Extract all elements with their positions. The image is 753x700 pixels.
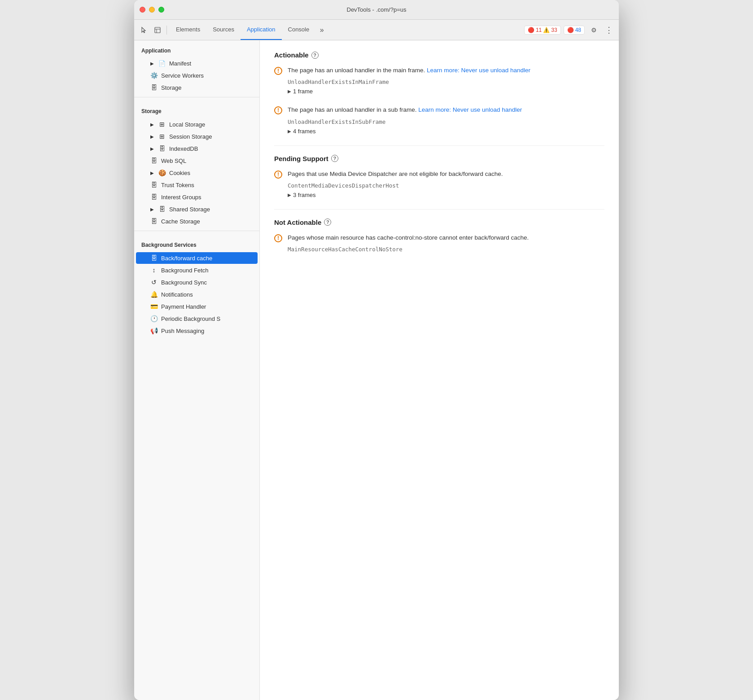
error-count: 11 (536, 27, 542, 33)
sidebar-item-back-forward-cache[interactable]: 🗄 Back/forward cache (136, 252, 258, 264)
notifications-icon: 🔔 (150, 291, 158, 298)
sidebar-item-indexeddb[interactable]: ▶ 🗄 IndexedDB (136, 143, 258, 154)
more-options-button[interactable]: ⋮ (603, 24, 615, 36)
tab-elements[interactable]: Elements (170, 20, 206, 40)
issue-frames-2[interactable]: ▶ 4 frames (288, 128, 604, 135)
sidebar-item-label: Manifest (169, 60, 191, 67)
sidebar-item-label: Interest Groups (161, 194, 201, 201)
sidebar-item-trust-tokens[interactable]: 🗄 Trust Tokens (136, 179, 258, 191)
session-storage-arrow-icon: ▶ (150, 134, 154, 139)
manifest-file-icon: 📄 (158, 60, 166, 67)
issue-code-4: MainResourceHasCacheControlNoStore (288, 246, 604, 253)
svg-rect-0 (155, 27, 160, 33)
sidebar-item-cache-storage[interactable]: 🗄 Cache Storage (136, 215, 258, 227)
indexeddb-icon: 🗄 (158, 145, 166, 152)
sidebar-item-session-storage[interactable]: ▶ ⊞ Session Storage (136, 131, 258, 142)
error-icon: 🔴 (528, 27, 534, 33)
sidebar-section-bg-label: Background Services (134, 235, 259, 252)
sidebar-item-label: IndexedDB (169, 145, 198, 152)
background-fetch-icon: ↕ (150, 267, 158, 274)
issue-cache-control: ! Pages whose main resource has cache-co… (274, 233, 604, 257)
issue-text-4: Pages whose main resource has cache-cont… (288, 233, 604, 242)
sidebar-item-label: Cookies (169, 170, 190, 176)
payment-handler-icon: 💳 (150, 303, 158, 310)
sidebar-item-periodic-background[interactable]: 🕐 Periodic Background S (136, 313, 258, 324)
manifest-arrow-icon: ▶ (150, 61, 154, 66)
warning-count: 33 (551, 27, 557, 33)
toolbar-separator (166, 26, 167, 35)
issue-code-1: UnloadHandlerExistsInMainFrame (288, 79, 604, 85)
cursor-icon-btn[interactable] (138, 24, 150, 36)
sidebar-item-local-storage[interactable]: ▶ ⊞ Local Storage (136, 118, 258, 130)
sidebar-item-label: Back/forward cache (161, 255, 212, 262)
sidebar-item-label: Push Messaging (161, 328, 204, 334)
issue-unload-sub: ! The page has an unload handler in a su… (274, 105, 604, 136)
sidebar: Application ▶ 📄 Manifest ⚙️ Service Work… (134, 40, 260, 700)
storage-db-icon: 🗄 (150, 84, 158, 91)
devtools-window: DevTools - .com/?p=us Elements Sources (134, 0, 619, 700)
sidebar-divider-2 (134, 231, 259, 231)
issues-badge[interactable]: 🔴 48 (564, 26, 585, 35)
issue-media-device: ! Pages that use Media Device Dispatcher… (274, 170, 604, 200)
error-badge[interactable]: 🔴 11 ⚠️ 33 (524, 26, 561, 35)
sidebar-item-cookies[interactable]: ▶ 🍪 Cookies (136, 167, 258, 179)
warning-icon: ⚠️ (543, 27, 550, 33)
web-sql-icon: 🗄 (150, 157, 158, 164)
cache-storage-icon: 🗄 (150, 218, 158, 225)
shared-storage-icon: 🗄 (158, 206, 166, 213)
inspect-icon-btn[interactable] (151, 24, 164, 36)
close-button[interactable] (140, 7, 145, 13)
sidebar-item-manifest[interactable]: ▶ 📄 Manifest (136, 58, 258, 69)
local-storage-arrow-icon: ▶ (150, 122, 154, 127)
more-tabs-button[interactable]: » (315, 24, 328, 36)
sidebar-item-storage-app[interactable]: 🗄 Storage (136, 82, 258, 93)
sidebar-item-background-sync[interactable]: ↺ Background Sync (136, 276, 258, 288)
sidebar-item-label: Trust Tokens (161, 182, 194, 188)
expand-arrow-icon: ▶ (288, 89, 291, 94)
sidebar-item-web-sql[interactable]: 🗄 Web SQL (136, 155, 258, 166)
sidebar-item-background-fetch[interactable]: ↕ Background Fetch (136, 264, 258, 276)
warning-icon-4: ! (274, 234, 282, 255)
issue-link-1[interactable]: Learn more: Never use unload handler (427, 67, 530, 74)
section-heading-actionable: Actionable ? (274, 51, 604, 59)
settings-button[interactable]: ⚙ (587, 24, 600, 36)
tab-sources[interactable]: Sources (206, 20, 241, 40)
issue-code-3: ContentMediaDevicesDispatcherHost (288, 182, 604, 189)
tab-console[interactable]: Console (282, 20, 316, 40)
warning-icon-2: ! (274, 106, 282, 134)
issue-unload-main: ! The page has an unload handler in the … (274, 66, 604, 96)
sidebar-section-application-label: Application (134, 40, 259, 57)
sidebar-item-label: Storage (161, 84, 182, 91)
sidebar-item-label: Shared Storage (169, 206, 210, 213)
sidebar-section-storage-label: Storage (134, 101, 259, 118)
actionable-help-icon[interactable]: ? (311, 52, 319, 59)
issue-frames-1[interactable]: ▶ 1 frame (288, 88, 604, 95)
issue-link-2[interactable]: Learn more: Never use unload handler (418, 106, 522, 113)
maximize-button[interactable] (158, 7, 164, 13)
titlebar: DevTools - .com/?p=us (134, 0, 619, 20)
pending-help-icon[interactable]: ? (331, 155, 338, 162)
sidebar-item-label: Service Workers (161, 72, 204, 79)
sidebar-item-label: Background Fetch (161, 267, 209, 274)
sidebar-item-service-workers[interactable]: ⚙️ Service Workers (136, 70, 258, 81)
background-sync-icon: ↺ (150, 279, 158, 286)
sidebar-item-payment-handler[interactable]: 💳 Payment Handler (136, 301, 258, 312)
sidebar-item-label: Notifications (161, 291, 193, 298)
minimize-button[interactable] (149, 7, 155, 13)
sidebar-item-push-messaging[interactable]: 📢 Push Messaging (136, 325, 258, 337)
main-content: Application ▶ 📄 Manifest ⚙️ Service Work… (134, 40, 619, 700)
not-actionable-help-icon[interactable]: ? (324, 219, 331, 226)
tab-application[interactable]: Application (241, 20, 282, 40)
sidebar-item-label: Background Sync (161, 279, 207, 286)
sidebar-item-notifications[interactable]: 🔔 Notifications (136, 289, 258, 300)
cookies-icon: 🍪 (158, 169, 166, 176)
warning-icon-3: ! (274, 171, 282, 198)
titlebar-text: DevTools - .com/?p=us (347, 6, 407, 13)
sidebar-item-interest-groups[interactable]: 🗄 Interest Groups (136, 191, 258, 203)
separator-1 (274, 145, 604, 146)
expand-arrow-icon-2: ▶ (288, 129, 291, 134)
issue-frames-3[interactable]: ▶ 3 frames (288, 192, 604, 198)
issue-icon: 🔴 (567, 27, 574, 33)
sidebar-item-label: Payment Handler (161, 303, 206, 310)
sidebar-item-shared-storage[interactable]: ▶ 🗄 Shared Storage (136, 203, 258, 215)
